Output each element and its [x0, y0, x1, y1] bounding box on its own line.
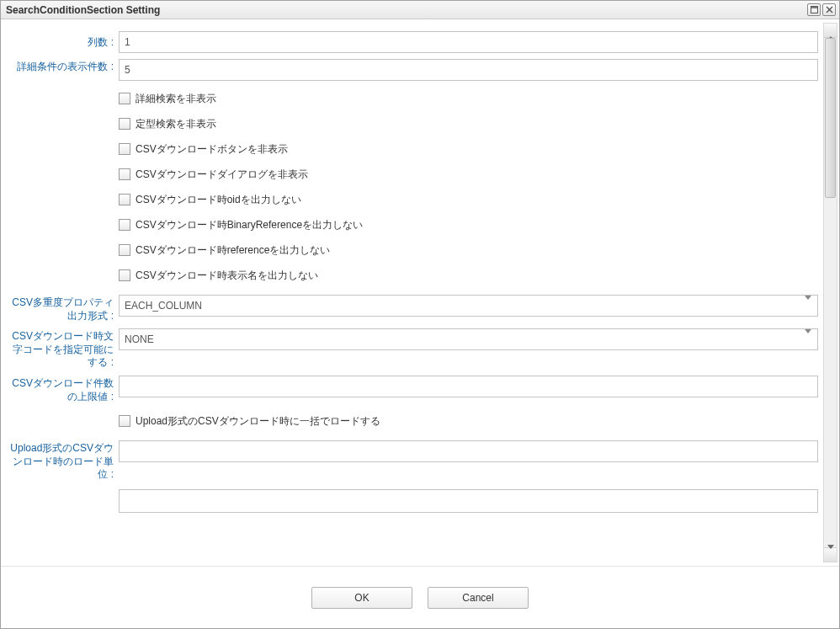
csv-multiplicity-format-select[interactable]: EACH_COLUMN: [119, 295, 818, 317]
maximize-icon: [811, 6, 818, 13]
titlebar: SearchConditionSection Setting: [1, 1, 839, 19]
caret-up-icon: [827, 24, 834, 36]
upload-csv-batch-load-checkbox[interactable]: [119, 415, 130, 427]
ok-button[interactable]: OK: [311, 587, 412, 609]
scroll-up-button[interactable]: [824, 24, 837, 38]
no-csv-binary-reference-label: CSVダウンロード時BinaryReferenceを出力しない: [136, 218, 363, 232]
form-content: 列数 : 詳細条件の表示件数 : 詳細検索を非表示: [6, 23, 823, 562]
upload-csv-load-unit-input[interactable]: [119, 440, 818, 462]
close-icon: [826, 6, 833, 13]
cancel-button[interactable]: Cancel: [428, 587, 529, 609]
no-csv-display-name-label: CSVダウンロード時表示名を出力しない: [136, 269, 318, 283]
hide-csv-download-button-checkbox[interactable]: [119, 143, 130, 155]
dialog-window: SearchConditionSection Setting 列数 : 詳細条件…: [0, 0, 840, 629]
window-title: SearchConditionSection Setting: [6, 4, 805, 16]
csv-multiplicity-format-label: CSV多重度プロパティ出力形式 :: [9, 295, 119, 322]
next-field-partial: [119, 489, 818, 513]
upload-csv-load-unit-label: Upload形式のCSVダウンロード時のロード単位 :: [9, 440, 119, 482]
scroll-track[interactable]: [824, 38, 837, 547]
hide-csv-download-button-label: CSVダウンロードボタンを非表示: [136, 142, 288, 157]
hide-csv-download-dialog-label: CSVダウンロードダイアログを非表示: [136, 168, 308, 182]
hide-fixed-search-checkbox[interactable]: [119, 118, 130, 130]
no-csv-oid-checkbox[interactable]: [119, 194, 130, 205]
csv-download-charset-label: CSVダウンロード時文字コードを指定可能にする :: [9, 328, 119, 370]
dialog-footer: OK Cancel: [1, 566, 839, 628]
hide-fixed-search-label: 定型検索を非表示: [136, 117, 216, 131]
scroll-thumb[interactable]: [825, 38, 836, 198]
vertical-scrollbar[interactable]: [823, 23, 837, 562]
csv-download-limit-input[interactable]: [119, 376, 818, 397]
caret-down-icon: [827, 549, 834, 561]
csv-download-limit-label: CSVダウンロード件数の上限値 :: [9, 376, 119, 403]
close-button[interactable]: [822, 3, 836, 16]
no-csv-oid-label: CSVダウンロード時oidを出力しない: [136, 193, 301, 207]
scroll-down-button[interactable]: [824, 547, 837, 562]
no-csv-reference-label: CSVダウンロード時referenceを出力しない: [136, 243, 330, 258]
hide-csv-download-dialog-checkbox[interactable]: [119, 168, 130, 180]
condition-display-count-input[interactable]: [119, 59, 818, 81]
column-count-input[interactable]: [119, 31, 818, 53]
hide-detail-search-checkbox[interactable]: [119, 93, 130, 104]
upload-csv-batch-load-label: Upload形式のCSVダウンロード時に一括でロードする: [136, 414, 380, 429]
condition-display-count-label: 詳細条件の表示件数 :: [9, 59, 119, 81]
no-csv-binary-reference-checkbox[interactable]: [119, 219, 130, 231]
column-count-label: 列数 :: [9, 31, 119, 53]
hide-detail-search-label: 詳細検索を非表示: [136, 92, 216, 106]
no-csv-reference-checkbox[interactable]: [119, 244, 130, 256]
no-csv-display-name-checkbox[interactable]: [119, 269, 130, 281]
maximize-button[interactable]: [807, 3, 821, 16]
csv-download-charset-select[interactable]: NONE: [119, 328, 818, 350]
